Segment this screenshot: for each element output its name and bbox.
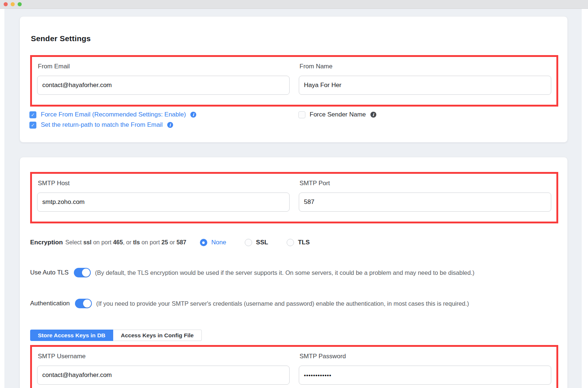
auto-tls-label: Use Auto TLS [30, 269, 69, 276]
smtp-settings-card: SMTP Host SMTP Port Encryption Select ss… [19, 157, 568, 388]
return-path-checkbox[interactable]: ✓ [29, 122, 36, 129]
encryption-option-none[interactable]: None [200, 239, 226, 246]
toggle-knob [83, 299, 91, 308]
radio-selected-icon[interactable] [200, 239, 207, 246]
encryption-option-ssl[interactable]: SSL [245, 239, 268, 246]
force-from-email-row: ✓ Force From Email (Recommended Settings… [29, 111, 289, 119]
page-title: Sender Settings [31, 34, 559, 43]
encryption-options: None SSL TLS [200, 239, 310, 246]
force-sender-name-row: Force Sender Name i [298, 111, 558, 119]
annotation-box-from-fields: From Email From Name [30, 55, 558, 107]
encryption-option-tls[interactable]: TLS [287, 239, 310, 246]
annotation-box-credentials: SMTP Username SMTP Password This input w… [30, 345, 558, 388]
window-titlebar [0, 0, 588, 9]
smtp-host-input[interactable] [37, 193, 290, 212]
auto-tls-description: (By default, the TLS encryption would be… [95, 269, 474, 276]
window-close-button[interactable] [4, 2, 8, 6]
smtp-port-input[interactable] [299, 193, 551, 212]
return-path-row: ✓ Set the return-path to match the From … [29, 121, 289, 129]
force-from-email-checkbox[interactable]: ✓ [29, 111, 36, 118]
radio-unselected-icon[interactable] [287, 239, 294, 246]
smtp-password-input[interactable] [299, 366, 551, 385]
tab-access-keys-in-config-file[interactable]: Access Keys in Config File [113, 330, 202, 341]
from-name-input[interactable] [299, 76, 551, 95]
from-name-label: From Name [300, 63, 551, 70]
toggle-knob [82, 269, 90, 277]
check-icon: ✓ [31, 123, 35, 127]
encryption-row: Encryption Select ssl on port 465, or tl… [30, 237, 559, 248]
auto-tls-toggle[interactable] [74, 268, 91, 277]
auto-tls-row: Use Auto TLS (By default, the TLS encryp… [30, 267, 559, 278]
check-icon: ✓ [31, 112, 35, 117]
smtp-password-label: SMTP Password [300, 353, 551, 360]
annotation-box-host-port: SMTP Host SMTP Port [30, 172, 558, 223]
info-icon[interactable]: i [370, 112, 376, 118]
window-minimize-button[interactable] [11, 2, 15, 6]
smtp-username-input[interactable] [37, 366, 290, 385]
tab-store-access-keys-in-db[interactable]: Store Access Keys in DB [30, 330, 113, 341]
authentication-description: (If you need to provide your SMTP server… [96, 300, 469, 307]
from-email-input[interactable] [37, 76, 290, 95]
smtp-port-label: SMTP Port [300, 180, 551, 187]
info-icon[interactable]: i [190, 112, 196, 118]
authentication-toggle[interactable] [75, 299, 92, 308]
access-keys-tabs: Store Access Keys in DB Access Keys in C… [30, 330, 202, 341]
info-icon[interactable]: i [167, 122, 173, 128]
sender-settings-card: Sender Settings From Email From Name ✓ F… [19, 16, 568, 143]
settings-page: Sender Settings From Email From Name ✓ F… [4, 9, 582, 388]
authentication-row: Authentication (If you need to provide y… [30, 298, 559, 309]
encryption-hint: Select ssl on port 465, or tls on port 2… [65, 239, 186, 246]
force-from-email-label[interactable]: Force From Email (Recommended Settings: … [41, 111, 186, 118]
from-email-label: From Email [38, 63, 290, 70]
smtp-username-label: SMTP Username [38, 353, 290, 360]
return-path-label[interactable]: Set the return-path to match the From Em… [41, 121, 163, 129]
smtp-host-label: SMTP Host [38, 180, 290, 187]
force-sender-name-checkbox[interactable] [298, 111, 305, 118]
encryption-label: Encryption [30, 239, 63, 246]
radio-unselected-icon[interactable] [245, 239, 252, 246]
authentication-label: Authentication [30, 300, 70, 307]
force-sender-name-label[interactable]: Force Sender Name [310, 111, 366, 118]
window-zoom-button[interactable] [18, 2, 22, 6]
